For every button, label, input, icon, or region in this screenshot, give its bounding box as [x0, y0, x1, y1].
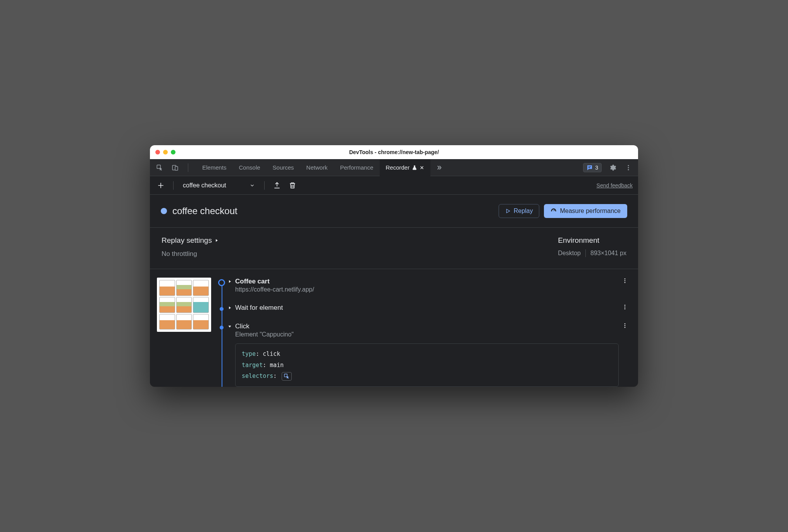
- step-menu-button[interactable]: [622, 278, 631, 284]
- svg-point-14: [625, 325, 626, 326]
- replay-button[interactable]: Replay: [499, 204, 540, 218]
- step-subtitle: Element "Cappucino": [235, 331, 619, 338]
- svg-point-8: [625, 282, 626, 283]
- code-key: selectors: [242, 372, 273, 379]
- svg-rect-2: [175, 166, 178, 170]
- minimize-window-button[interactable]: [163, 150, 168, 154]
- tab-recorder-label: Recorder: [386, 164, 410, 171]
- measure-performance-button[interactable]: Measure performance: [544, 204, 627, 218]
- close-window-button[interactable]: [155, 150, 160, 154]
- titlebar: DevTools - chrome://new-tab-page/: [150, 145, 638, 159]
- recording-title: coffee checkout: [172, 206, 237, 216]
- kebab-menu-icon[interactable]: [623, 163, 633, 173]
- divider: [585, 249, 586, 257]
- traffic-lights: [155, 150, 175, 154]
- step-title: Coffee cart: [235, 278, 619, 285]
- recording-header: coffee checkout Replay Measure performan…: [150, 195, 638, 228]
- step-url: https://coffee-cart.netlify.app/: [235, 286, 619, 293]
- tab-performance[interactable]: Performance: [334, 159, 380, 176]
- step-click: Click Element "Cappucino" type: click ta…: [227, 323, 631, 387]
- replay-settings-toggle[interactable]: Replay settings: [162, 236, 219, 245]
- inspect-icon[interactable]: [155, 163, 165, 173]
- settings-icon[interactable]: [607, 162, 618, 173]
- step-title: Wait for element: [235, 304, 619, 312]
- measure-label: Measure performance: [560, 208, 621, 215]
- recording-dropdown-label: coffee checkout: [183, 182, 226, 189]
- chevron-right-icon[interactable]: [227, 305, 232, 310]
- window-title: DevTools - chrome://new-tab-page/: [349, 149, 439, 155]
- more-tabs-icon[interactable]: [434, 163, 444, 172]
- devtools-window: DevTools - chrome://new-tab-page/ Elemen…: [150, 145, 638, 387]
- tab-sources[interactable]: Sources: [267, 159, 300, 176]
- divider: [173, 181, 174, 190]
- svg-point-15: [625, 327, 626, 328]
- replay-settings-label: Replay settings: [162, 236, 212, 245]
- step-wait: Wait for element: [227, 304, 631, 312]
- svg-point-3: [628, 165, 629, 166]
- chevron-down-icon: [249, 183, 255, 188]
- step-title: Click: [235, 323, 619, 330]
- play-icon: [505, 208, 511, 214]
- timeline-line: [222, 285, 222, 387]
- add-recording-icon[interactable]: [155, 180, 166, 191]
- timeline: Coffee cart https://coffee-cart.netlify.…: [218, 278, 631, 387]
- replay-label: Replay: [514, 208, 533, 215]
- flask-icon: [412, 165, 417, 170]
- chevron-right-icon[interactable]: [227, 279, 232, 284]
- tab-elements[interactable]: Elements: [196, 159, 233, 176]
- divider: [264, 181, 265, 190]
- svg-point-9: [625, 305, 626, 306]
- tab-network[interactable]: Network: [300, 159, 334, 176]
- tab-console[interactable]: Console: [233, 159, 267, 176]
- recording-dropdown[interactable]: coffee checkout: [181, 182, 257, 189]
- svg-point-6: [625, 278, 626, 280]
- recorder-toolbar: coffee checkout Send feedback: [150, 176, 638, 195]
- steps-area: Coffee cart https://coffee-cart.netlify.…: [150, 269, 638, 387]
- environment-heading: Environment: [558, 236, 626, 245]
- zoom-window-button[interactable]: [171, 150, 175, 154]
- svg-point-13: [625, 323, 626, 324]
- step-details: type: click target: main selectors:: [235, 343, 619, 387]
- throttling-status: No throttling: [162, 250, 219, 258]
- delete-icon[interactable]: [287, 180, 298, 191]
- gauge-icon: [551, 208, 557, 214]
- send-feedback-link[interactable]: Send feedback: [597, 182, 633, 189]
- code-value: main: [270, 362, 284, 369]
- issues-count: 3: [595, 165, 598, 171]
- step-marker: [220, 307, 224, 311]
- divider: [188, 163, 188, 172]
- export-icon[interactable]: [272, 180, 282, 191]
- device-toggle-icon[interactable]: [170, 163, 180, 173]
- tab-recorder[interactable]: Recorder: [380, 159, 431, 176]
- step-initial: Coffee cart https://coffee-cart.netlify.…: [227, 278, 631, 293]
- step-menu-button[interactable]: [622, 304, 631, 310]
- svg-point-10: [625, 307, 626, 308]
- step-marker: [220, 326, 224, 329]
- svg-point-5: [628, 169, 629, 170]
- code-key: type: [242, 350, 256, 357]
- chat-icon: [587, 165, 593, 171]
- issues-badge[interactable]: 3: [583, 163, 602, 172]
- settings-row: Replay settings No throttling Environmen…: [150, 228, 638, 269]
- step-marker-start: [218, 279, 225, 286]
- recording-indicator: [161, 208, 167, 214]
- svg-point-4: [628, 167, 629, 168]
- code-key: target: [242, 362, 263, 369]
- svg-point-7: [625, 280, 626, 281]
- step-menu-button[interactable]: [622, 323, 631, 329]
- code-value: click: [263, 350, 280, 357]
- chevron-down-icon[interactable]: [227, 324, 232, 329]
- environment-device: Desktop: [558, 250, 581, 257]
- environment-dimensions: 893×1041 px: [590, 250, 626, 257]
- devtools-tabbar: Elements Console Sources Network Perform…: [150, 159, 638, 176]
- start-thumbnail: [157, 278, 211, 332]
- select-element-icon[interactable]: [282, 372, 292, 381]
- chevron-right-icon: [214, 238, 219, 243]
- close-tab-icon[interactable]: [420, 165, 424, 170]
- svg-point-11: [625, 309, 626, 310]
